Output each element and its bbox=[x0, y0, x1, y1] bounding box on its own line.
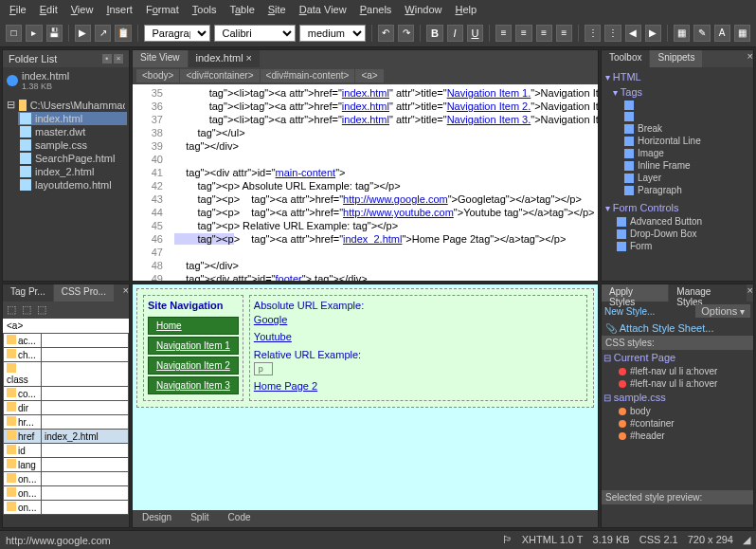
new-icon[interactable]: □ bbox=[6, 25, 22, 42]
tab-managestyles[interactable]: Manage Styles bbox=[669, 284, 746, 302]
panel-close-icon[interactable]: × bbox=[747, 284, 753, 296]
borders-icon[interactable]: ▦ bbox=[674, 25, 690, 42]
toolbox-item[interactable]: Horizontal Line bbox=[621, 135, 751, 147]
property-row[interactable]: dir bbox=[4, 401, 129, 415]
nav-button[interactable]: Navigation Item 3 bbox=[148, 376, 239, 394]
tab-toolbox[interactable]: Toolbox bbox=[602, 50, 649, 67]
tab-cssprops[interactable]: CSS Pro... bbox=[54, 284, 114, 302]
numbers-icon[interactable]: ⋮ bbox=[604, 25, 621, 42]
tab-applystyles[interactable]: Apply Styles bbox=[602, 284, 668, 302]
group-form[interactable]: ▾ Form Controls bbox=[603, 200, 751, 215]
panel-close-icon[interactable]: × bbox=[747, 50, 753, 62]
undo-icon[interactable]: ↶ bbox=[378, 25, 394, 42]
property-row[interactable]: on... bbox=[4, 472, 129, 486]
style-rule[interactable]: #container bbox=[615, 417, 753, 430]
group-sample-css[interactable]: ⊟ sample.css bbox=[602, 390, 753, 405]
toolbox-item[interactable]: Break bbox=[621, 122, 751, 135]
filter-icon[interactable]: ⬚ bbox=[22, 303, 35, 317]
panel-pin-icon[interactable]: ▪ bbox=[102, 54, 112, 64]
toolbox-item[interactable]: Paragraph bbox=[621, 184, 751, 196]
crumb-body[interactable]: <body> bbox=[136, 69, 179, 82]
toolbox-item[interactable]: Inline Frame bbox=[621, 159, 751, 172]
file-item[interactable]: index.html bbox=[18, 112, 127, 125]
underline-icon[interactable]: U bbox=[467, 25, 483, 42]
menu-view[interactable]: View bbox=[65, 2, 99, 17]
italic-icon[interactable]: I bbox=[447, 25, 463, 42]
toolbox-item[interactable]: Image bbox=[621, 147, 751, 159]
nav-button[interactable]: Navigation Item 2 bbox=[148, 357, 239, 375]
panel-close-icon[interactable]: × bbox=[123, 284, 129, 296]
toolbox-item[interactable]: Layer bbox=[621, 172, 751, 184]
menu-file[interactable]: File bbox=[4, 2, 32, 17]
tab-split[interactable]: Split bbox=[181, 510, 218, 527]
menu-dataview[interactable]: Data View bbox=[294, 2, 352, 17]
property-row[interactable]: hrefindex_2.html bbox=[4, 430, 129, 444]
tab-indexhtml[interactable]: index.html × bbox=[189, 50, 260, 67]
highlight-icon[interactable]: ✎ bbox=[693, 25, 710, 42]
nav-button[interactable]: Home bbox=[148, 317, 239, 335]
property-row[interactable]: lang bbox=[4, 458, 129, 472]
crumb-a[interactable]: <a> bbox=[355, 69, 383, 82]
menu-table[interactable]: Table bbox=[224, 2, 260, 17]
align-center-icon[interactable]: ≡ bbox=[515, 25, 531, 42]
style-rule[interactable]: #left-nav ul li a:hover bbox=[615, 365, 753, 377]
style-rule[interactable]: #header bbox=[615, 430, 753, 442]
options-button[interactable]: Options ▾ bbox=[695, 304, 750, 318]
tab-siteview[interactable]: Site View bbox=[133, 50, 188, 67]
tab-close-icon[interactable]: × bbox=[245, 52, 251, 64]
group-tags[interactable]: ▾ Tags bbox=[611, 84, 751, 100]
paste-icon[interactable]: 📋 bbox=[115, 25, 131, 42]
menu-edit[interactable]: Edit bbox=[34, 2, 63, 17]
property-row[interactable]: hr... bbox=[4, 415, 129, 430]
menu-window[interactable]: Window bbox=[399, 2, 447, 17]
property-row[interactable]: class bbox=[4, 362, 129, 387]
group-current-page[interactable]: ⊟ Current Page bbox=[602, 350, 753, 365]
justify-icon[interactable]: ≡ bbox=[556, 25, 572, 42]
style-combo[interactable]: Paragraph bbox=[144, 25, 210, 42]
bold-icon[interactable]: B bbox=[426, 25, 442, 42]
status-css[interactable]: CSS 2.1 bbox=[639, 534, 678, 546]
tab-design[interactable]: Design bbox=[133, 510, 181, 527]
file-item[interactable]: sample.css bbox=[18, 138, 127, 152]
menu-panels[interactable]: Panels bbox=[354, 2, 398, 17]
status-zoom-icon[interactable]: ◢ bbox=[743, 534, 750, 546]
tab-code[interactable]: Code bbox=[219, 510, 261, 527]
file-item[interactable]: layoutdemo.html bbox=[18, 178, 127, 192]
align-right-icon[interactable]: ≡ bbox=[536, 25, 552, 42]
crumb-main[interactable]: <div#main-content> bbox=[261, 69, 355, 82]
crumb-container[interactable]: <div#container> bbox=[180, 69, 259, 82]
link-youtube[interactable]: Youtube bbox=[254, 331, 292, 342]
group-html[interactable]: ▾ HTML bbox=[603, 69, 751, 84]
open-icon[interactable]: ▸ bbox=[26, 25, 42, 42]
bullets-icon[interactable]: ⋮ bbox=[585, 25, 601, 42]
font-combo[interactable]: Calibri bbox=[214, 25, 296, 42]
toolbox-item[interactable]: Advanced Button bbox=[613, 215, 751, 228]
preview-icon[interactable]: ▶ bbox=[75, 25, 91, 42]
style-rule[interactable]: #left-nav ul li a:hover bbox=[615, 377, 753, 390]
minus-icon[interactable]: ⊟ bbox=[7, 99, 15, 111]
toolbox-item[interactable]: Drop-Down Box bbox=[613, 228, 751, 240]
property-row[interactable]: ac... bbox=[4, 334, 129, 348]
table-icon[interactable]: ▦ bbox=[734, 25, 750, 42]
fontcolor-icon[interactable]: A bbox=[714, 25, 730, 42]
toolbox-item[interactable] bbox=[621, 100, 751, 111]
panel-close-icon[interactable]: × bbox=[114, 54, 123, 64]
redo-icon[interactable]: ↷ bbox=[398, 25, 414, 42]
file-item[interactable]: index_2.html bbox=[18, 165, 127, 178]
status-flag-icon[interactable]: 🏳 bbox=[502, 534, 513, 546]
size-combo[interactable]: medium bbox=[299, 25, 366, 42]
az-icon[interactable]: ⬚ bbox=[37, 303, 50, 317]
property-row[interactable]: co... bbox=[4, 387, 129, 401]
menu-format[interactable]: Format bbox=[140, 2, 185, 17]
toolbox-item[interactable] bbox=[621, 111, 751, 122]
toolbox-item[interactable]: Form bbox=[613, 240, 751, 252]
code-editor[interactable]: 35 tag"><li>tag"><a attr">href="index.ht… bbox=[133, 84, 598, 281]
link-homepage2[interactable]: Home Page 2 bbox=[254, 380, 317, 392]
attach-stylesheet-link[interactable]: 📎 Attach Style Sheet... bbox=[605, 323, 713, 334]
file-item[interactable]: master.dwt bbox=[18, 125, 127, 138]
tab-tagprops[interactable]: Tag Pr... bbox=[3, 284, 53, 302]
publish-icon[interactable]: ↗ bbox=[95, 25, 111, 42]
indent-icon[interactable]: ▶ bbox=[645, 25, 661, 42]
property-row[interactable]: id bbox=[4, 444, 129, 458]
menu-site[interactable]: Site bbox=[262, 2, 292, 17]
